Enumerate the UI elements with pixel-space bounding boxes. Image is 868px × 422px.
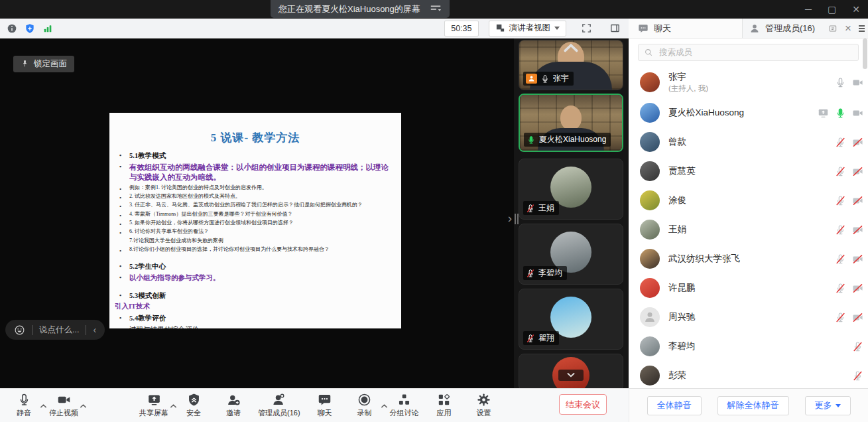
mic-muted-icon[interactable] <box>835 195 846 206</box>
meeting-window: 您正在观看夏火松XiaHuosong的屏幕 ─ ▢ ✕ 50:35 演讲者视图 … <box>0 0 868 422</box>
toolbar-label: 设置 <box>477 408 491 418</box>
camera-muted-icon[interactable] <box>852 137 863 148</box>
toolbar-apps-button[interactable]: 应用 <box>424 389 464 422</box>
member-row[interactable]: 彭荣 <box>629 361 868 388</box>
members-panel: 张宇 (主持人, 我) 夏火松XiaHuosong 曾款 贾慧英 涂俊 王娟 <box>629 38 868 388</box>
mic-muted-icon[interactable] <box>835 166 846 177</box>
popout-panel-icon[interactable] <box>828 24 837 33</box>
breakout-icon <box>397 393 411 407</box>
member-search[interactable] <box>638 44 859 61</box>
toolbar-shield-button[interactable]: 安全 <box>174 389 214 422</box>
minimize-button[interactable]: ─ <box>805 5 812 14</box>
toolbar-label: 停止视频 <box>49 408 78 418</box>
video-tile[interactable] <box>519 354 623 388</box>
member-status-icons <box>835 137 863 148</box>
slide-line: •有效组织互动的两线融合课堂：以小组的创业项目为课程的课程明线；以理论与实践嵌入… <box>109 163 401 182</box>
camera-icon[interactable] <box>852 107 863 119</box>
unmute-all-button[interactable]: 解除全体静音 <box>717 396 789 415</box>
member-row[interactable]: 李碧均 <box>629 332 868 361</box>
toolbar-mic-button[interactable]: 静音 <box>4 389 44 422</box>
scroll-up-icon[interactable] <box>562 42 580 50</box>
member-row[interactable]: 曾款 <box>629 127 868 157</box>
quick-chat-bar[interactable]: 说点什么... ‹ <box>5 320 105 340</box>
quick-chat-placeholder[interactable]: 说点什么... <box>39 324 79 336</box>
mic-muted-icon[interactable] <box>835 224 846 236</box>
participant-name: 瞿翔 <box>538 332 554 344</box>
tile-name-label: 瞿翔 <box>523 331 559 345</box>
info-icon[interactable] <box>5 22 19 35</box>
end-meeting-button[interactable]: 结束会议 <box>559 394 607 415</box>
titlebar: 您正在观看夏火松XiaHuosong的屏幕 ─ ▢ ✕ <box>0 0 868 19</box>
collapse-left-icon[interactable]: ‹ <box>93 324 96 335</box>
maximize-button[interactable]: ▢ <box>828 5 836 14</box>
mic-muted-icon[interactable] <box>835 283 846 294</box>
toolbar-members-button[interactable]: 管理成员(16) <box>253 389 305 422</box>
toolbar-camera-button[interactable]: 停止视频 <box>44 389 84 422</box>
screen-share-banner[interactable]: 您正在观看夏火松XiaHuosong的屏幕 <box>271 0 450 18</box>
camera-muted-icon[interactable] <box>852 253 863 265</box>
member-row[interactable]: 武汉纺织大学张飞 <box>629 244 868 273</box>
mute-all-button[interactable]: 全体静音 <box>647 396 702 415</box>
banner-menu-icon[interactable] <box>430 4 442 14</box>
camera-muted-icon[interactable] <box>852 224 863 236</box>
mic-icon[interactable] <box>835 77 846 88</box>
slide-line-text: 5.1教学模式 <box>129 152 166 159</box>
member-row[interactable]: 王娟 <box>629 215 868 244</box>
bullet: • <box>119 194 121 202</box>
video-tile-李碧均[interactable]: 李碧均 <box>519 224 623 285</box>
slide-line: •5.1教学模式 <box>109 151 401 161</box>
member-row[interactable]: 贾慧英 <box>629 157 868 186</box>
fullscreen-button[interactable] <box>578 21 595 36</box>
camera-muted-icon[interactable] <box>852 283 863 294</box>
video-tile-瞿翔[interactable]: 瞿翔 <box>519 289 623 350</box>
camera-muted-icon[interactable] <box>852 312 863 323</box>
member-row[interactable]: 涂俊 <box>629 186 868 215</box>
slide-line: •例如：案例1. 讨论美国的创业的特点及对创业的启发作用。 <box>109 184 401 192</box>
toolbar-breakout-button[interactable]: 分组讨论 <box>385 389 424 422</box>
mic-icon <box>17 393 31 407</box>
side-panel-toggle-button[interactable] <box>606 21 623 36</box>
panel-grip-icon[interactable] <box>859 25 866 32</box>
toolbar-share-button[interactable]: 共享屏幕 <box>134 389 174 422</box>
view-mode-button[interactable]: 演讲者视图 <box>489 21 567 36</box>
close-panel-icon[interactable]: × <box>845 23 851 34</box>
member-row[interactable]: 夏火松XiaHuosong <box>629 98 868 127</box>
mic-muted-icon[interactable] <box>852 341 863 352</box>
tab-chat[interactable]: 聊天 <box>629 19 743 38</box>
shield-plus-icon[interactable] <box>23 22 36 35</box>
search-input[interactable] <box>658 47 853 58</box>
mic-muted-icon[interactable] <box>835 253 846 265</box>
strip-resize-handle[interactable] <box>515 214 519 224</box>
scroll-down-icon[interactable] <box>558 370 584 381</box>
more-button[interactable]: 更多 <box>805 396 851 415</box>
toolbar-chat-button[interactable]: 聊天 <box>305 389 345 422</box>
camera-muted-icon[interactable] <box>852 195 863 206</box>
mic-active-icon[interactable] <box>835 107 846 119</box>
video-tile-张宇[interactable]: 张宇 <box>519 40 623 90</box>
member-role: (主持人, 我) <box>668 84 708 94</box>
scrollbar-thumb[interactable] <box>863 38 867 69</box>
chevron-up-icon[interactable] <box>80 399 87 404</box>
lock-view-button[interactable]: 锁定画面 <box>13 56 74 72</box>
close-button[interactable]: ✕ <box>852 5 860 14</box>
video-tile-王娟[interactable]: 王娟 <box>519 159 623 220</box>
tab-members[interactable]: 管理成员(16) × <box>743 19 868 38</box>
slide-line-text: 以小组为指导的参与式学习。 <box>129 274 220 281</box>
participant-name: 夏火松XiaHuosong <box>539 134 606 145</box>
mic-muted-icon[interactable] <box>835 137 846 148</box>
strip-collapse-icon[interactable]: › <box>508 211 512 226</box>
toolbar-settings-button[interactable]: 设置 <box>464 389 504 422</box>
camera-muted-icon[interactable] <box>852 166 863 177</box>
toolbar-invite-button[interactable]: 邀请 <box>214 389 253 422</box>
slide-line-text: 5. 如果你开始创业，你将从哪些方面进行创业领域和创业项目的选择？ <box>129 220 294 226</box>
video-tile-夏火松XiaHuosong[interactable]: 夏火松XiaHuosong <box>519 94 623 152</box>
mic-muted-icon[interactable] <box>835 312 846 323</box>
camera-icon[interactable] <box>852 77 863 88</box>
member-row[interactable]: 许昆鹏 <box>629 273 868 303</box>
member-row[interactable]: 周兴驰 <box>629 303 868 332</box>
network-signal-icon[interactable] <box>41 22 54 35</box>
member-row[interactable]: 张宇 (主持人, 我) <box>629 66 868 98</box>
toolbar-record-button[interactable]: 录制 <box>345 389 385 422</box>
emoji-icon[interactable] <box>14 324 25 336</box>
mic-muted-icon[interactable] <box>852 370 863 382</box>
